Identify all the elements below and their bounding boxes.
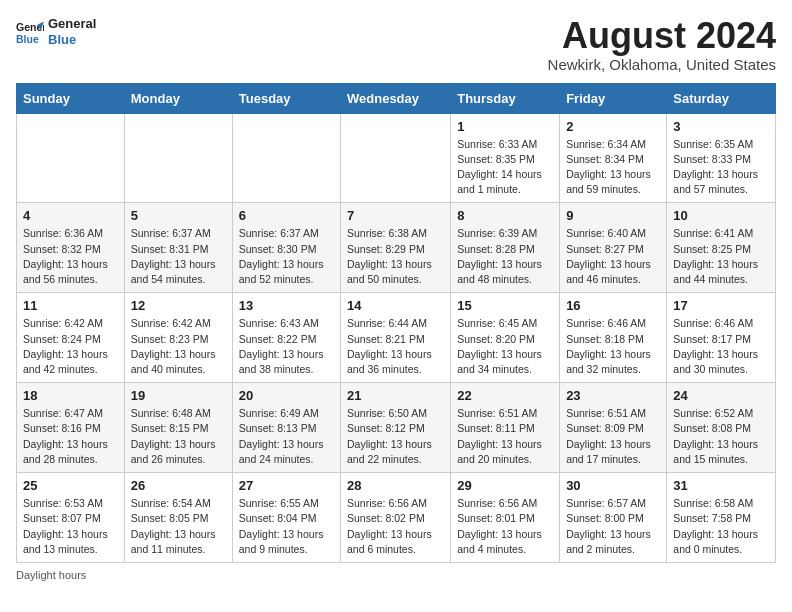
day-cell: 9Sunrise: 6:40 AM Sunset: 8:27 PM Daylig… (560, 203, 667, 293)
day-cell: 27Sunrise: 6:55 AM Sunset: 8:04 PM Dayli… (232, 473, 340, 563)
day-number: 10 (673, 208, 769, 223)
day-number: 23 (566, 388, 660, 403)
day-info: Sunrise: 6:52 AM Sunset: 8:08 PM Dayligh… (673, 406, 769, 467)
day-info: Sunrise: 6:40 AM Sunset: 8:27 PM Dayligh… (566, 226, 660, 287)
day-info: Sunrise: 6:56 AM Sunset: 8:02 PM Dayligh… (347, 496, 444, 557)
day-info: Sunrise: 6:38 AM Sunset: 8:29 PM Dayligh… (347, 226, 444, 287)
day-header-tuesday: Tuesday (232, 83, 340, 113)
day-info: Sunrise: 6:42 AM Sunset: 8:23 PM Dayligh… (131, 316, 226, 377)
day-info: Sunrise: 6:49 AM Sunset: 8:13 PM Dayligh… (239, 406, 334, 467)
day-number: 29 (457, 478, 553, 493)
day-cell: 31Sunrise: 6:58 AM Sunset: 7:58 PM Dayli… (667, 473, 776, 563)
day-cell: 7Sunrise: 6:38 AM Sunset: 8:29 PM Daylig… (341, 203, 451, 293)
day-info: Sunrise: 6:33 AM Sunset: 8:35 PM Dayligh… (457, 137, 553, 198)
day-number: 17 (673, 298, 769, 313)
day-number: 16 (566, 298, 660, 313)
day-cell: 23Sunrise: 6:51 AM Sunset: 8:09 PM Dayli… (560, 383, 667, 473)
week-row-4: 18Sunrise: 6:47 AM Sunset: 8:16 PM Dayli… (17, 383, 776, 473)
day-info: Sunrise: 6:56 AM Sunset: 8:01 PM Dayligh… (457, 496, 553, 557)
day-info: Sunrise: 6:43 AM Sunset: 8:22 PM Dayligh… (239, 316, 334, 377)
header: General Blue General Blue August 2024 Ne… (16, 16, 776, 73)
day-number: 5 (131, 208, 226, 223)
day-cell: 5Sunrise: 6:37 AM Sunset: 8:31 PM Daylig… (124, 203, 232, 293)
day-number: 30 (566, 478, 660, 493)
day-info: Sunrise: 6:55 AM Sunset: 8:04 PM Dayligh… (239, 496, 334, 557)
day-number: 22 (457, 388, 553, 403)
day-cell: 1Sunrise: 6:33 AM Sunset: 8:35 PM Daylig… (451, 113, 560, 203)
week-row-1: 1Sunrise: 6:33 AM Sunset: 8:35 PM Daylig… (17, 113, 776, 203)
day-cell: 3Sunrise: 6:35 AM Sunset: 8:33 PM Daylig… (667, 113, 776, 203)
day-info: Sunrise: 6:51 AM Sunset: 8:11 PM Dayligh… (457, 406, 553, 467)
day-number: 4 (23, 208, 118, 223)
day-cell: 6Sunrise: 6:37 AM Sunset: 8:30 PM Daylig… (232, 203, 340, 293)
day-info: Sunrise: 6:48 AM Sunset: 8:15 PM Dayligh… (131, 406, 226, 467)
day-cell: 4Sunrise: 6:36 AM Sunset: 8:32 PM Daylig… (17, 203, 125, 293)
day-number: 25 (23, 478, 118, 493)
day-cell: 21Sunrise: 6:50 AM Sunset: 8:12 PM Dayli… (341, 383, 451, 473)
day-cell: 17Sunrise: 6:46 AM Sunset: 8:17 PM Dayli… (667, 293, 776, 383)
day-number: 7 (347, 208, 444, 223)
day-cell: 12Sunrise: 6:42 AM Sunset: 8:23 PM Dayli… (124, 293, 232, 383)
week-row-2: 4Sunrise: 6:36 AM Sunset: 8:32 PM Daylig… (17, 203, 776, 293)
logo-icon: General Blue (16, 18, 44, 46)
day-number: 8 (457, 208, 553, 223)
day-header-friday: Friday (560, 83, 667, 113)
day-number: 6 (239, 208, 334, 223)
main-title: August 2024 (548, 16, 776, 56)
day-number: 9 (566, 208, 660, 223)
day-info: Sunrise: 6:39 AM Sunset: 8:28 PM Dayligh… (457, 226, 553, 287)
day-header-saturday: Saturday (667, 83, 776, 113)
day-number: 13 (239, 298, 334, 313)
day-number: 15 (457, 298, 553, 313)
day-info: Sunrise: 6:53 AM Sunset: 8:07 PM Dayligh… (23, 496, 118, 557)
day-header-sunday: Sunday (17, 83, 125, 113)
day-number: 27 (239, 478, 334, 493)
day-number: 2 (566, 119, 660, 134)
day-cell (341, 113, 451, 203)
day-number: 20 (239, 388, 334, 403)
day-cell: 18Sunrise: 6:47 AM Sunset: 8:16 PM Dayli… (17, 383, 125, 473)
day-header-thursday: Thursday (451, 83, 560, 113)
day-info: Sunrise: 6:46 AM Sunset: 8:17 PM Dayligh… (673, 316, 769, 377)
day-cell: 19Sunrise: 6:48 AM Sunset: 8:15 PM Dayli… (124, 383, 232, 473)
day-number: 3 (673, 119, 769, 134)
day-cell: 10Sunrise: 6:41 AM Sunset: 8:25 PM Dayli… (667, 203, 776, 293)
day-info: Sunrise: 6:34 AM Sunset: 8:34 PM Dayligh… (566, 137, 660, 198)
day-number: 31 (673, 478, 769, 493)
day-info: Sunrise: 6:50 AM Sunset: 8:12 PM Dayligh… (347, 406, 444, 467)
day-cell: 14Sunrise: 6:44 AM Sunset: 8:21 PM Dayli… (341, 293, 451, 383)
day-info: Sunrise: 6:54 AM Sunset: 8:05 PM Dayligh… (131, 496, 226, 557)
day-cell: 8Sunrise: 6:39 AM Sunset: 8:28 PM Daylig… (451, 203, 560, 293)
calendar-table: SundayMondayTuesdayWednesdayThursdayFrid… (16, 83, 776, 563)
day-cell: 25Sunrise: 6:53 AM Sunset: 8:07 PM Dayli… (17, 473, 125, 563)
day-number: 19 (131, 388, 226, 403)
day-info: Sunrise: 6:47 AM Sunset: 8:16 PM Dayligh… (23, 406, 118, 467)
day-cell: 11Sunrise: 6:42 AM Sunset: 8:24 PM Dayli… (17, 293, 125, 383)
day-info: Sunrise: 6:51 AM Sunset: 8:09 PM Dayligh… (566, 406, 660, 467)
subtitle: Newkirk, Oklahoma, United States (548, 56, 776, 73)
day-info: Sunrise: 6:58 AM Sunset: 7:58 PM Dayligh… (673, 496, 769, 557)
day-info: Sunrise: 6:37 AM Sunset: 8:30 PM Dayligh… (239, 226, 334, 287)
day-header-monday: Monday (124, 83, 232, 113)
week-row-3: 11Sunrise: 6:42 AM Sunset: 8:24 PM Dayli… (17, 293, 776, 383)
day-number: 26 (131, 478, 226, 493)
day-info: Sunrise: 6:35 AM Sunset: 8:33 PM Dayligh… (673, 137, 769, 198)
day-number: 24 (673, 388, 769, 403)
svg-text:Blue: Blue (16, 32, 39, 44)
day-info: Sunrise: 6:42 AM Sunset: 8:24 PM Dayligh… (23, 316, 118, 377)
logo-text: General Blue (48, 16, 96, 47)
logo: General Blue General Blue (16, 16, 96, 47)
day-cell: 24Sunrise: 6:52 AM Sunset: 8:08 PM Dayli… (667, 383, 776, 473)
day-number: 1 (457, 119, 553, 134)
day-cell: 28Sunrise: 6:56 AM Sunset: 8:02 PM Dayli… (341, 473, 451, 563)
day-cell: 2Sunrise: 6:34 AM Sunset: 8:34 PM Daylig… (560, 113, 667, 203)
day-number: 12 (131, 298, 226, 313)
day-header-wednesday: Wednesday (341, 83, 451, 113)
day-cell: 22Sunrise: 6:51 AM Sunset: 8:11 PM Dayli… (451, 383, 560, 473)
day-info: Sunrise: 6:36 AM Sunset: 8:32 PM Dayligh… (23, 226, 118, 287)
day-cell: 30Sunrise: 6:57 AM Sunset: 8:00 PM Dayli… (560, 473, 667, 563)
day-info: Sunrise: 6:45 AM Sunset: 8:20 PM Dayligh… (457, 316, 553, 377)
day-number: 21 (347, 388, 444, 403)
day-info: Sunrise: 6:41 AM Sunset: 8:25 PM Dayligh… (673, 226, 769, 287)
day-cell: 26Sunrise: 6:54 AM Sunset: 8:05 PM Dayli… (124, 473, 232, 563)
